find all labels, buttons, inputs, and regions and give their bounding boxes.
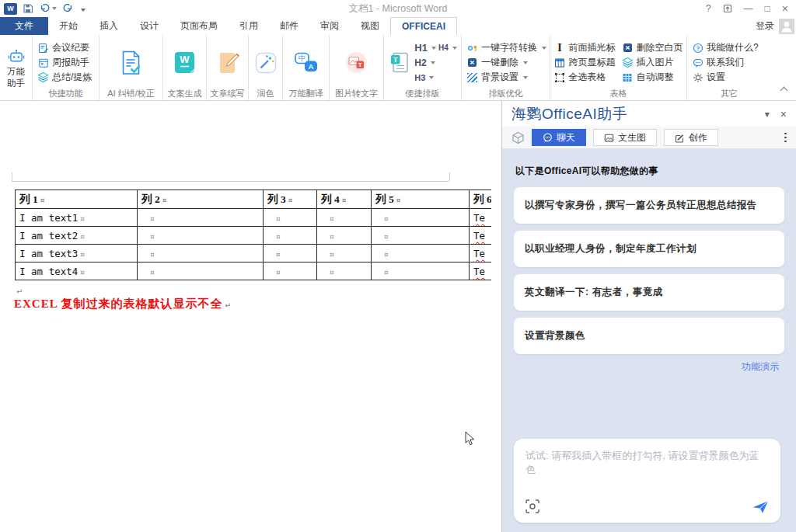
feature-demo-link[interactable]: 功能演示 xyxy=(742,360,779,374)
table-cell[interactable]: ¤ xyxy=(264,263,317,280)
panel-close-button[interactable]: × xyxy=(780,108,787,120)
what-can-i-do-button[interactable]: ?我能做什么? xyxy=(689,40,770,55)
table-cell[interactable]: Te xyxy=(470,263,492,280)
table-header-cell[interactable]: 列 3¤ xyxy=(264,190,317,209)
suggestion-card[interactable]: 以撰写专家身份，撰写一篇公务员转正思想总结报告 xyxy=(514,187,784,224)
account-avatar[interactable] xyxy=(779,19,794,34)
table-cell[interactable]: ¤ xyxy=(372,245,470,263)
copywriting-button[interactable]: W xyxy=(165,37,204,88)
table-cell[interactable]: ¤ xyxy=(372,263,470,280)
insert-cursor-before-button[interactable]: I前面插光标 xyxy=(551,40,619,55)
login-label[interactable]: 登录 xyxy=(756,19,774,33)
panel-tab-create[interactable]: 创作 xyxy=(664,129,718,146)
table-cell[interactable]: ¤ xyxy=(317,245,372,263)
autofit-button[interactable]: 自动调整 xyxy=(619,70,686,85)
continue-writing-button[interactable] xyxy=(208,37,246,88)
h2-button[interactable]: H2 xyxy=(414,57,426,68)
image-to-text-button[interactable]: T xyxy=(331,37,382,88)
contact-us-button[interactable]: 联系我们 xyxy=(689,55,770,70)
table-cell[interactable]: I am text4¤ xyxy=(16,263,138,280)
table-cell[interactable]: Te xyxy=(470,227,492,245)
suggestion-card[interactable]: 设置背景颜色 xyxy=(514,318,784,354)
table-cell[interactable]: ¤ xyxy=(317,263,372,280)
tab-page-layout[interactable]: 页面布局 xyxy=(169,17,229,35)
plugin-cube-icon[interactable] xyxy=(511,131,525,144)
undo-button[interactable] xyxy=(39,3,57,14)
table-cell[interactable]: ¤ xyxy=(372,227,470,245)
table-cell[interactable]: Te xyxy=(470,209,492,227)
insert-picture-button[interactable]: 插入图片 xyxy=(619,55,686,70)
table-header-cell[interactable]: 列 1¤ xyxy=(16,190,138,209)
panel-tab-text-to-image[interactable]: 文生图 xyxy=(593,129,657,146)
suggestion-card[interactable]: 英文翻译一下: 有志者，事竟成 xyxy=(514,274,784,311)
maximize-button[interactable]: □ xyxy=(765,3,770,14)
translate-button[interactable]: 中A xyxy=(285,37,327,88)
table-cell[interactable]: ¤ xyxy=(372,209,470,227)
table-header-cell[interactable]: 列 5¤ xyxy=(372,190,470,209)
collapse-ribbon-button[interactable] xyxy=(780,87,788,95)
redo-button[interactable] xyxy=(62,3,74,14)
table-cell[interactable]: ¤ xyxy=(317,227,372,245)
table-cell[interactable]: ¤ xyxy=(138,245,264,263)
table-cell[interactable]: I am text2¤ xyxy=(16,227,138,245)
table-cell[interactable]: ¤ xyxy=(317,209,372,227)
h3-button[interactable]: H3 xyxy=(414,73,425,82)
close-button[interactable]: × xyxy=(782,2,788,15)
select-table-button[interactable]: 全选表格 xyxy=(551,70,619,85)
document-canvas[interactable]: 列 1¤ 列 2¤ 列 3¤ 列 4¤ 列 5¤ 列 6 I am text1¤… xyxy=(0,101,501,532)
qat-customize-button[interactable] xyxy=(79,3,86,14)
table-cell[interactable]: ¤ xyxy=(138,209,264,227)
settings-button[interactable]: 设置 xyxy=(689,70,770,85)
table-cell[interactable]: Te xyxy=(470,245,492,263)
table-row[interactable]: I am text1¤ ¤ ¤ ¤ ¤ Te xyxy=(16,209,492,227)
tab-insert[interactable]: 插入 xyxy=(89,17,129,35)
panel-menu-button[interactable] xyxy=(784,133,787,143)
table-cell[interactable]: ¤ xyxy=(264,227,317,245)
table-cell[interactable]: ¤ xyxy=(264,245,317,263)
screenshot-icon[interactable] xyxy=(525,499,540,514)
table-cell[interactable]: ¤ xyxy=(138,263,264,280)
table-row[interactable]: I am text4¤ ¤ ¤ ¤ ¤ Te xyxy=(16,263,492,280)
tab-file[interactable]: 文件 xyxy=(0,17,48,35)
tab-officeai[interactable]: OFFICEAI xyxy=(390,17,457,35)
save-icon[interactable] xyxy=(23,3,33,14)
h1-button[interactable]: H1 xyxy=(414,42,428,54)
table-cell[interactable]: ¤ xyxy=(264,209,317,227)
tab-references[interactable]: 引用 xyxy=(229,17,269,35)
document-note-text[interactable]: EXCEL 复制过来的表格默认显示不全↵ xyxy=(14,297,232,311)
tab-mailings[interactable]: 邮件 xyxy=(269,17,309,35)
table-header-cell[interactable]: 列 2¤ xyxy=(138,190,264,209)
repeat-header-button[interactable]: 跨页显标题 xyxy=(551,55,619,70)
chat-input-box[interactable] xyxy=(514,439,780,523)
ribbon-options-button[interactable] xyxy=(723,4,732,13)
h4-button[interactable]: H4 xyxy=(438,43,449,52)
panel-tab-chat[interactable]: 聊天 xyxy=(532,129,586,146)
table-cell[interactable]: I am text1¤ xyxy=(16,209,138,227)
tab-home[interactable]: 开始 xyxy=(48,17,89,35)
table-row[interactable]: I am text3¤ ¤ ¤ ¤ ¤ Te xyxy=(16,245,492,263)
universal-assistant-button[interactable]: 万能 助手 xyxy=(2,37,30,100)
delete-blank-page-button[interactable]: 删除空白页 xyxy=(619,40,686,55)
summarize-button[interactable]: 总结/提炼 xyxy=(34,70,97,85)
polish-button[interactable] xyxy=(250,37,281,88)
table-row[interactable]: I am text2¤ ¤ ¤ ¤ ¤ Te xyxy=(16,227,492,245)
table-cell[interactable]: I am text3¤ xyxy=(16,245,138,263)
suggestion-card[interactable]: 以职业经理人身份，制定年度工作计划 xyxy=(514,231,784,267)
table-header-cell[interactable]: 列 6 xyxy=(470,190,492,209)
char-convert-button[interactable]: 一键字符转换 xyxy=(463,40,548,55)
one-key-delete-button[interactable]: 一键删除 xyxy=(463,55,548,70)
table-header-cell[interactable]: 列 4¤ xyxy=(317,190,372,209)
table-header-row[interactable]: 列 1¤ 列 2¤ 列 3¤ 列 4¤ 列 5¤ 列 6 xyxy=(16,190,492,209)
tab-design[interactable]: 设计 xyxy=(129,17,169,35)
table-cell[interactable]: ¤ xyxy=(138,227,264,245)
background-settings-button[interactable]: 背景设置 xyxy=(463,70,548,85)
ai-proofread-button[interactable] xyxy=(101,37,161,88)
weekly-report-button[interactable]: 周报助手 xyxy=(34,55,97,70)
meeting-notes-button[interactable]: 会议纪要 xyxy=(34,40,97,55)
tab-review[interactable]: 审阅 xyxy=(309,17,350,35)
send-button[interactable] xyxy=(752,500,770,514)
panel-collapse-button[interactable]: ▾ xyxy=(765,109,770,120)
minimize-button[interactable]: — xyxy=(744,3,753,14)
chat-input[interactable] xyxy=(525,449,769,494)
tab-view[interactable]: 视图 xyxy=(350,17,390,35)
